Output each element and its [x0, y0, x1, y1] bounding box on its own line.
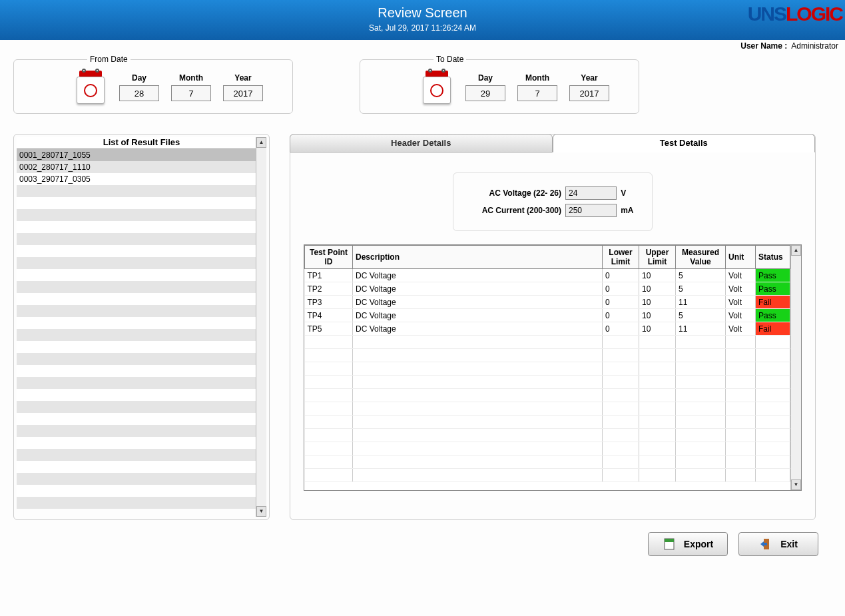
to-month-value[interactable]: 7: [517, 85, 557, 101]
col-unit[interactable]: Unit: [726, 246, 756, 269]
cell-tp-id: TP5: [305, 322, 353, 336]
file-list-panel: List of Result Files 0001_280717_1055000…: [13, 134, 270, 520]
scroll-down-icon[interactable]: ▼: [791, 479, 801, 490]
cell-lower: 0: [603, 322, 639, 336]
cell-upper: 10: [639, 296, 676, 309]
cell-unit: Volt: [726, 322, 756, 336]
from-date-legend: From Date: [87, 55, 131, 64]
exit-button-label: Exit: [780, 539, 798, 549]
col-tp-id[interactable]: Test Point ID: [305, 246, 353, 269]
from-year-value[interactable]: 2017: [223, 85, 263, 101]
cell-measured: 11: [676, 296, 726, 309]
cell-desc: DC Voltage: [353, 269, 603, 282]
tab-test-details[interactable]: Test Details: [553, 134, 816, 153]
ac-current-unit: mA: [621, 206, 640, 215]
cell-status: Fail: [756, 322, 790, 336]
to-date-group: To Date Day 29 Month 7 Year 2017: [360, 55, 639, 114]
grid-scrollbar[interactable]: ▲ ▼: [790, 245, 801, 490]
table-row[interactable]: TP4DC Voltage0105VoltPass: [305, 309, 790, 322]
ac-voltage-unit: V: [621, 188, 640, 198]
from-day-value[interactable]: 28: [119, 85, 159, 101]
scroll-up-icon[interactable]: ▲: [791, 245, 801, 256]
list-item: [17, 221, 256, 233]
user-name-value: Administrator: [791, 41, 838, 51]
user-name-label: User Name :: [740, 41, 787, 51]
cell-unit: Volt: [726, 269, 756, 282]
user-name-bar: User Name : Administrator: [0, 40, 845, 55]
title-bar: Review Screen Sat, Jul 29, 2017 11:26:24…: [0, 0, 845, 40]
list-item: [17, 413, 256, 425]
table-row[interactable]: TP3DC Voltage01011VoltFail: [305, 296, 790, 309]
list-item: [17, 341, 256, 353]
list-item: [17, 281, 256, 293]
cell-measured: 5: [676, 282, 726, 296]
export-button-label: Export: [684, 539, 713, 549]
cell-lower: 0: [603, 296, 639, 309]
table-row: [305, 402, 790, 416]
table-row: [305, 336, 790, 349]
cell-status: Pass: [756, 309, 790, 322]
list-item: [17, 461, 256, 473]
cell-unit: Volt: [726, 309, 756, 322]
to-day-value[interactable]: 29: [465, 85, 505, 101]
table-row[interactable]: TP1DC Voltage0105VoltPass: [305, 269, 790, 282]
table-row[interactable]: TP5DC Voltage01011VoltFail: [305, 322, 790, 336]
list-item[interactable]: 0001_280717_1055: [17, 149, 256, 161]
scroll-down-icon[interactable]: ▼: [256, 506, 266, 517]
cell-lower: 0: [603, 269, 639, 282]
list-item: [17, 257, 256, 269]
list-item[interactable]: 0003_290717_0305: [17, 173, 256, 185]
cell-tp-id: TP1: [305, 269, 353, 282]
list-item: [17, 353, 256, 365]
list-item: [17, 437, 256, 449]
ac-voltage-label: AC Voltage (22- 26): [465, 188, 561, 198]
table-row: [305, 456, 790, 469]
table-row: [305, 429, 790, 442]
ac-voltage-value[interactable]: 24: [565, 186, 617, 200]
list-item: [17, 401, 256, 413]
to-month-label: Month: [517, 73, 557, 83]
calendar-icon[interactable]: [74, 71, 107, 104]
list-item[interactable]: 0002_280717_1110: [17, 161, 256, 173]
brand-logo: UNSLOGIC: [748, 3, 842, 25]
cell-tp-id: TP2: [305, 282, 353, 296]
list-item: [17, 233, 256, 245]
export-button[interactable]: Export: [648, 532, 728, 556]
list-item: [17, 497, 256, 509]
tab-header-details[interactable]: Header Details: [290, 134, 553, 153]
ac-current-value[interactable]: 250: [565, 204, 617, 217]
col-upper-limit[interactable]: Upper Limit: [639, 246, 676, 269]
exit-button[interactable]: Exit: [738, 532, 818, 556]
cell-lower: 0: [603, 309, 639, 322]
list-item: [17, 449, 256, 461]
to-year-value[interactable]: 2017: [569, 85, 609, 101]
to-day-label: Day: [465, 73, 505, 83]
table-row: [305, 416, 790, 429]
col-measured-value[interactable]: Measured Value: [676, 246, 726, 269]
cell-status: Pass: [756, 269, 790, 282]
file-list-scrollbar[interactable]: ▲ ▼: [256, 137, 266, 517]
list-item: [17, 185, 256, 197]
col-desc[interactable]: Description: [353, 246, 603, 269]
list-item: [17, 269, 256, 281]
list-item: [17, 425, 256, 437]
cell-desc: DC Voltage: [353, 322, 603, 336]
table-row: [305, 442, 790, 456]
cell-upper: 10: [639, 309, 676, 322]
cell-upper: 10: [639, 322, 676, 336]
ac-readings-box: AC Voltage (22- 26) 24 V AC Current (200…: [453, 172, 653, 231]
list-item: [17, 473, 256, 485]
table-row[interactable]: TP2DC Voltage0105VoltPass: [305, 282, 790, 296]
export-icon: [663, 537, 676, 551]
from-month-value[interactable]: 7: [171, 85, 211, 101]
table-row: [305, 469, 790, 482]
scroll-up-icon[interactable]: ▲: [256, 137, 266, 148]
cell-desc: DC Voltage: [353, 309, 603, 322]
footer-buttons: Export Exit: [13, 520, 832, 556]
cell-tp-id: TP3: [305, 296, 353, 309]
cell-desc: DC Voltage: [353, 282, 603, 296]
col-lower-limit[interactable]: Lower Limit: [603, 246, 639, 269]
calendar-icon[interactable]: [420, 71, 453, 104]
cell-status: Pass: [756, 282, 790, 296]
col-status[interactable]: Status: [756, 246, 790, 269]
